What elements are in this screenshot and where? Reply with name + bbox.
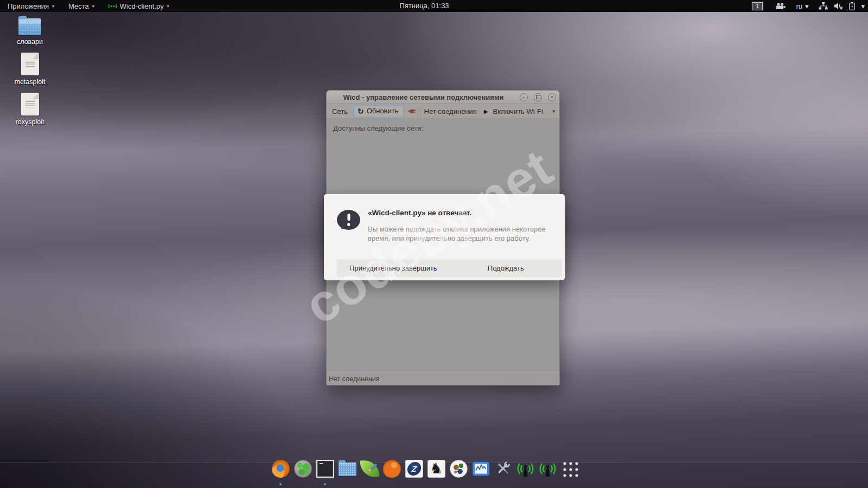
tools-icon[interactable] [494, 460, 512, 478]
panel-left: Приложения ▾ Места ▾ Wicd-client.py ▾ [0, 0, 171, 12]
toolbar-separator [420, 106, 420, 117]
disconnect-plug-icon [407, 107, 416, 115]
networks-heading: Доступны следующие сети: [333, 124, 553, 132]
applications-menu-label: Приложения [8, 2, 49, 10]
window-controls: − × [520, 93, 556, 101]
window-title: Wicd - управление сетевыми подключениями [327, 93, 520, 101]
dialog-message-line2: время, или принудительно завершить его р… [368, 234, 531, 242]
armitage-icon[interactable]: ♞ [427, 460, 445, 478]
statusbar-text: Нет соединения [329, 375, 380, 383]
dock-item[interactable] [538, 460, 557, 486]
running-indicator-dot [324, 483, 326, 485]
zap-lightning-glyph: Z [406, 462, 422, 476]
dock-item[interactable] [494, 460, 512, 486]
app-grid-icon[interactable] [561, 460, 579, 478]
dock-item[interactable] [382, 460, 401, 486]
applications-menu[interactable]: Приложения ▾ [5, 0, 56, 12]
keyboard-layout-label: ru [796, 2, 802, 10]
dock-item[interactable]: Z [405, 460, 423, 486]
chevron-down-icon: ▾ [52, 4, 54, 9]
folder-icon [18, 18, 41, 35]
terminal-icon[interactable] [316, 460, 334, 478]
web-browser-icon[interactable] [294, 460, 312, 478]
leafpad-icon[interactable] [360, 459, 379, 478]
clock[interactable]: Пятница, 01:33 [399, 0, 449, 12]
app-not-responding-dialog: «Wicd-client.py» не отвечает. Вы можете … [324, 194, 565, 280]
panel-right: 1 ru ▾ [752, 0, 865, 12]
dock-item[interactable] [471, 460, 490, 486]
desktop-icon-metasploit[interactable]: metasploit [9, 53, 51, 86]
places-menu[interactable]: Места ▾ [66, 0, 97, 12]
connection-status-label: Нет соединения [424, 107, 477, 115]
chevron-down-icon: ▾ [167, 4, 169, 9]
network-monitor-icon[interactable] [472, 460, 490, 478]
dock-item[interactable] [293, 460, 312, 486]
wifi-toggle-button[interactable]: Включить Wi-Fi [493, 107, 543, 115]
window-titlebar[interactable]: Wicd - управление сетевыми подключениями… [327, 91, 559, 104]
desktop-icon-roxysploit[interactable]: roxysploit [9, 93, 51, 126]
dialog-text: «Wicd-client.py» не отвечает. Вы можете … [368, 209, 546, 243]
dock-item[interactable] [516, 460, 534, 486]
battery-charging-icon[interactable] [849, 2, 855, 10]
firefox-icon[interactable] [272, 460, 290, 478]
desktop: Приложения ▾ Места ▾ Wicd-client.py ▾ [0, 0, 868, 488]
active-app-menu[interactable]: Wicd-client.py ▾ [106, 0, 171, 12]
wicd-toolbar: Сеть ↻ Обновить Нет соединения ▶ Включит… [327, 104, 559, 119]
refresh-button[interactable]: ↻ Обновить [354, 105, 404, 117]
exclamation-dot [347, 223, 350, 226]
minimize-button[interactable]: − [520, 93, 528, 101]
dock-item[interactable] [271, 460, 290, 486]
warning-bubble-icon [337, 210, 360, 230]
etherape-icon[interactable] [450, 460, 468, 478]
wait-button[interactable]: Подождать [450, 259, 563, 277]
wifi-toggle-icon: ▶ [484, 108, 488, 114]
dialog-title: «Wicd-client.py» не отвечает. [368, 209, 546, 217]
wicd-tray-icon [108, 3, 117, 9]
dock-item[interactable] [316, 460, 334, 486]
dialog-message-line1: Вы можете подождать отклика приложения н… [368, 225, 546, 233]
dock-item[interactable] [449, 460, 468, 486]
desktop-icon-label: словари [9, 38, 51, 46]
active-app-label: Wicd-client.py [120, 2, 164, 10]
desktop-icons: словари metasploit roxysploit [9, 16, 51, 133]
screen-recorder-icon[interactable] [775, 3, 786, 10]
dock-item[interactable] [360, 460, 379, 486]
wireless-scanner-icon[interactable] [539, 460, 557, 478]
maximize-button[interactable] [534, 93, 542, 101]
wired-network-icon[interactable] [819, 2, 828, 10]
window-statusbar: Нет соединения [327, 372, 559, 385]
volume-muted-icon[interactable] [834, 2, 843, 10]
dock-item[interactable] [338, 460, 356, 486]
owasp-zap-icon[interactable]: Z [405, 460, 423, 478]
running-indicator-dot [279, 483, 282, 485]
system-menu-chevron-icon[interactable]: ▾ [861, 2, 865, 10]
dialog-actions: Принудительно завершить Подождать [337, 259, 562, 277]
keyboard-layout-switcher[interactable]: ru ▾ [796, 2, 808, 10]
toolbar-overflow-arrow[interactable]: ▾ [552, 108, 555, 114]
exclamation-mark [347, 214, 350, 221]
refresh-button-label: Обновить [367, 107, 399, 115]
refresh-icon: ↻ [358, 107, 364, 115]
top-panel: Приложения ▾ Места ▾ Wicd-client.py ▾ [0, 0, 868, 12]
wireless-scanner-icon[interactable] [516, 460, 534, 478]
force-quit-button[interactable]: Принудительно завершить [337, 259, 450, 277]
desktop-icon-slovari[interactable]: словари [9, 18, 51, 46]
dock: Z ♞ [271, 460, 579, 486]
burpsuite-icon[interactable] [383, 460, 401, 478]
places-menu-label: Места [68, 2, 89, 10]
chevron-down-icon: ▾ [805, 2, 809, 10]
dialog-body-area: «Wicd-client.py» не отвечает. Вы можете … [324, 194, 565, 243]
file-manager-icon[interactable] [339, 463, 356, 476]
dialog-message: Вы можете подождать отклика приложения н… [368, 224, 546, 243]
document-icon [21, 53, 39, 75]
workspace-indicator[interactable]: 1 [752, 2, 763, 10]
network-menu[interactable]: Сеть [330, 107, 350, 115]
dock-item[interactable]: ♞ [427, 460, 445, 486]
desktop-icon-label: roxysploit [9, 118, 51, 126]
document-icon [21, 93, 39, 115]
desktop-icon-label: metasploit [9, 78, 51, 86]
dock-item[interactable] [560, 460, 579, 486]
close-button[interactable]: × [548, 93, 556, 101]
chevron-down-icon: ▾ [92, 4, 94, 9]
